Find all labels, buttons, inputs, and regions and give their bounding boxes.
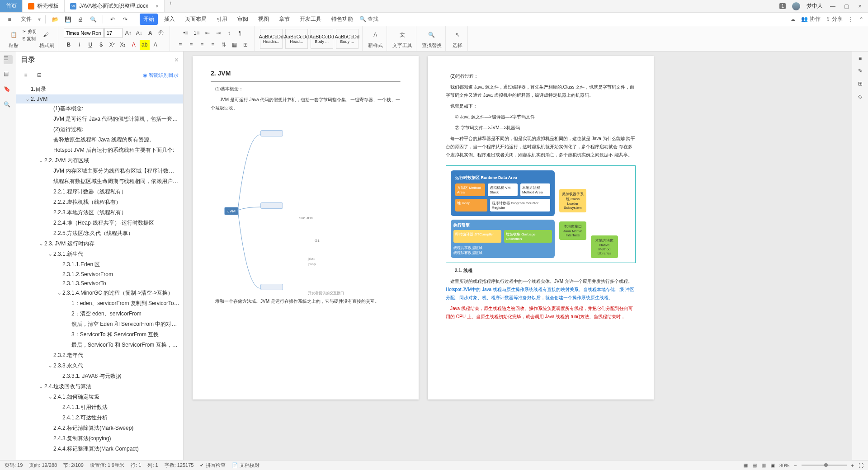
thumbnail-icon[interactable]: ▤ xyxy=(4,70,13,80)
tree-item[interactable]: 2.3.2.老年代 xyxy=(16,350,183,361)
strike-button[interactable]: S̶ xyxy=(96,40,106,50)
expand-icon[interactable]: ⌃ xyxy=(859,16,863,23)
tree-item[interactable]: 1.目录 xyxy=(16,84,183,94)
line-spacing-icon[interactable]: ⇅ xyxy=(219,40,229,50)
zoom-slider[interactable] xyxy=(802,465,847,466)
tree-item[interactable]: (1)基本概念: xyxy=(16,103,183,114)
style-heading2[interactable]: AaBbCcDdHead... xyxy=(285,29,308,49)
tree-item[interactable]: 2.4.3.复制算法(copying) xyxy=(16,433,183,444)
tree-item[interactable]: 2.3.1.2.ServivorFrom xyxy=(16,270,183,279)
notification-badge[interactable]: 1 xyxy=(779,3,786,9)
shrink-font-icon[interactable]: A↓ xyxy=(134,28,144,38)
view-web-icon[interactable]: ▤ xyxy=(752,462,757,468)
shading-icon[interactable]: ▦ xyxy=(230,40,240,50)
document-area[interactable]: 2. JVM (1)基本概念： JVM 是可运行 Java 代码的假想计算机，包… xyxy=(184,52,868,460)
tree-item[interactable]: JVM 是可运行 Java 代码的假想计算机，包括一套字节码... xyxy=(16,114,183,124)
status-pageno[interactable]: 页码: 19 xyxy=(5,462,23,469)
subscript-icon[interactable]: X₂ xyxy=(118,40,128,50)
tree-item[interactable]: 2.4.1.2.可达性分析 xyxy=(16,413,183,423)
window-close-icon[interactable]: × xyxy=(856,3,863,10)
copy-button[interactable]: ⎘ 复制 xyxy=(23,36,37,42)
align-right-icon[interactable]: ≡ xyxy=(197,40,207,50)
outline-tree-icon[interactable]: ⊟ xyxy=(34,70,44,80)
tree-item[interactable]: ⌄ 2.4.1.如何确定垃圾 xyxy=(16,392,183,402)
style-heading1[interactable]: AaBbCcDdHeadin... xyxy=(260,29,283,49)
minimize-icon[interactable]: — xyxy=(829,3,836,10)
status-docproof[interactable]: 📄 文档校对 xyxy=(232,462,259,469)
numbering-icon[interactable]: 1≡ xyxy=(192,28,202,38)
tree-item[interactable]: ⌄ 2.3. JVM 运行时内存 xyxy=(16,239,183,249)
tree-item[interactable]: 2.2.5.方法区/永久代（线程共享） xyxy=(16,228,183,239)
tree-item[interactable]: 2.3.1.1.Eden 区 xyxy=(16,259,183,270)
indent-inc-icon[interactable]: ⇥ xyxy=(213,28,223,38)
outline-close-icon[interactable]: × xyxy=(175,56,179,64)
find-replace-icon[interactable]: 🔍 xyxy=(425,28,438,41)
zoom-in-button[interactable]: + xyxy=(851,463,854,468)
tree-item[interactable]: 最后，ServicorTo 和 ServicorFrom 互换，原 Servic… xyxy=(16,340,183,350)
tree-item[interactable]: 2.3.3.1. JAVA8 与元数据 xyxy=(16,371,183,381)
open-icon[interactable]: 📂 xyxy=(50,14,60,24)
paste-icon[interactable]: 📋 xyxy=(7,28,20,41)
font-name-select[interactable] xyxy=(64,28,104,38)
status-setval[interactable]: 设置值: 1.9厘米 xyxy=(90,462,124,469)
status-spellcheck[interactable]: ✔ 拼写检查 xyxy=(200,462,225,469)
close-icon[interactable]: × xyxy=(156,3,159,9)
tree-item[interactable]: (2)运行过程: xyxy=(16,124,183,135)
highlight-icon[interactable]: ab xyxy=(140,40,150,50)
underline-button[interactable]: U xyxy=(85,40,95,50)
menu-devtools[interactable]: 开发工具 xyxy=(296,14,325,25)
tree-item[interactable]: Hotspot JVM 后台运行的系统线程主要有下面几个: xyxy=(16,145,183,155)
clear-format-icon[interactable]: A̷ xyxy=(145,28,155,38)
menu-file[interactable]: 文件 xyxy=(17,14,35,25)
print-icon[interactable]: 🖨 xyxy=(75,14,85,24)
tree-item[interactable]: 2.4.2.标记清除算法(Mark-Sweep) xyxy=(16,423,183,433)
format-painter-icon[interactable]: 🖌 xyxy=(39,28,52,41)
tree-item[interactable]: 2.2.4.堆（Heap-线程共享）-运行时数据区 xyxy=(16,218,183,228)
font-color-icon[interactable]: A xyxy=(129,40,139,50)
tree-item[interactable]: 2：清空 eden、servicorFrom xyxy=(16,309,183,319)
align-justify-icon[interactable]: ≡ xyxy=(208,40,218,50)
tree-item[interactable]: 2.2.1.程序计数器（线程私有） xyxy=(16,187,183,197)
tree-item[interactable]: 2.4.1.1.引用计数法 xyxy=(16,402,183,413)
tree-item[interactable]: ⌄ 2.3.3.永久代 xyxy=(16,361,183,371)
redo-icon[interactable]: ↷ xyxy=(120,14,130,24)
style-body2[interactable]: AaBbCcDdBody ... xyxy=(336,29,359,49)
tree-item[interactable]: 线程私有数据区域生命周期与线程相同，依赖用户线程的... xyxy=(16,176,183,187)
tree-item[interactable]: JVM 内存区域主要分为线程私有区域【程序计数器、虚拟... xyxy=(16,166,183,176)
marks-icon[interactable]: ¶ xyxy=(235,28,245,38)
align-left-icon[interactable]: ≡ xyxy=(175,40,185,50)
status-chars[interactable]: 字数: 125175 xyxy=(165,462,194,469)
hamburger-icon[interactable]: ≡ xyxy=(5,14,14,24)
avatar[interactable] xyxy=(792,2,800,10)
maximize-icon[interactable]: ▢ xyxy=(843,3,850,10)
menu-special[interactable]: 特色功能 xyxy=(328,14,357,25)
phonetic-icon[interactable]: ㊥ xyxy=(156,28,166,38)
cloud-icon[interactable]: ☁ xyxy=(790,16,796,23)
tree-item[interactable]: ⌄ 2.2. JVM 内存区域 xyxy=(16,155,183,166)
menu-start[interactable]: 开始 xyxy=(140,14,158,25)
menu-section[interactable]: 章节 xyxy=(275,14,293,25)
rpanel-icon[interactable]: ✎ xyxy=(858,68,863,74)
grow-font-icon[interactable]: A↑ xyxy=(123,28,133,38)
more-icon[interactable]: ⋮ xyxy=(848,16,854,23)
rpanel-icon[interactable]: ⊞ xyxy=(858,80,863,87)
menu-layout[interactable]: 页面布局 xyxy=(181,14,210,25)
bold-button[interactable]: B xyxy=(64,40,74,50)
share-button[interactable]: ⇪ 分享 xyxy=(826,15,843,23)
tree-item[interactable]: ⌄ 2.4.垃圾回收与算法 xyxy=(16,381,183,392)
indent-dec-icon[interactable]: ⇤ xyxy=(203,28,212,38)
outline-toggle-icon[interactable]: ☰ xyxy=(4,55,13,64)
font-size-select[interactable] xyxy=(104,28,123,38)
view-print-icon[interactable]: ▦ xyxy=(743,462,748,468)
tree-item[interactable]: ⌄ 2. JVM xyxy=(16,94,183,103)
search-input[interactable]: 🔍 查找 xyxy=(359,15,378,23)
menu-view[interactable]: 视图 xyxy=(255,14,273,25)
italic-button[interactable]: I xyxy=(75,40,85,50)
zoom-icon[interactable]: 🔍 xyxy=(4,101,13,110)
tree-item[interactable]: ⌄ 2.3.1.4.MinorGC 的过程（复制->清空->互换） xyxy=(16,288,183,298)
superscript-icon[interactable]: X² xyxy=(107,40,117,50)
status-section[interactable]: 节: 2/109 xyxy=(63,462,84,469)
style-body1[interactable]: AaBbCcDdBody ... xyxy=(311,29,333,49)
tab-template[interactable]: 稻壳模板 xyxy=(23,0,65,12)
status-pages[interactable]: 页面: 19/288 xyxy=(29,462,57,469)
